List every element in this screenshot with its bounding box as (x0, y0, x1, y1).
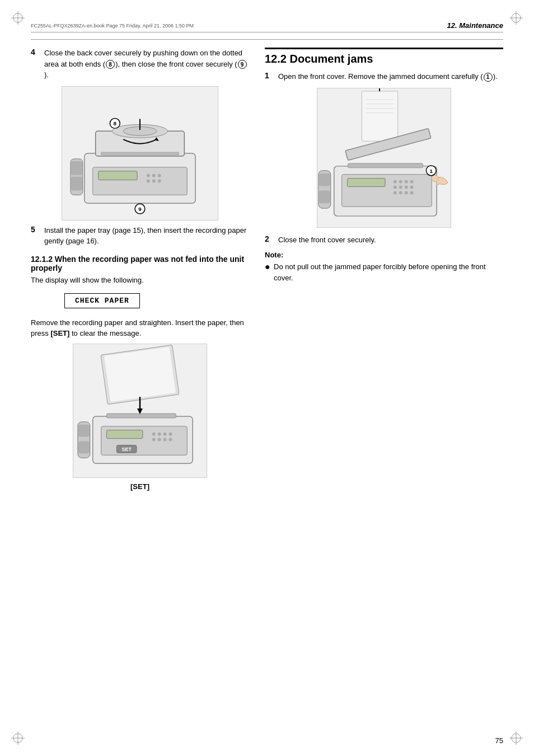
subsection-heading: 12.1.2 When the recording paper was not … (31, 255, 249, 273)
svg-point-69 (410, 180, 414, 183)
corner-mark-br (508, 730, 524, 746)
chapter-title: 12. Maintenance (447, 21, 503, 30)
svg-text:1: 1 (430, 167, 433, 173)
svg-point-17 (158, 173, 161, 177)
step-5-number: 5 (31, 225, 40, 247)
right-column: 12.2 Document jams 1 Open the front cove… (265, 48, 503, 491)
svg-rect-26 (71, 161, 82, 175)
fax-image-back-cover: 8 9 (62, 86, 218, 220)
svg-marker-39 (137, 408, 143, 414)
svg-point-48 (163, 438, 167, 441)
section-12-2-heading: 12.2 Document jams (265, 48, 503, 65)
fax-illustration-1: 8 9 (62, 87, 218, 220)
svg-point-49 (169, 438, 172, 441)
svg-rect-41 (107, 430, 143, 438)
set-caption: [SET] (31, 482, 249, 491)
marker-1: 1 (484, 73, 493, 82)
fax-image-document-jam: 1 (317, 88, 451, 228)
svg-point-45 (169, 432, 172, 435)
svg-point-19 (152, 179, 156, 182)
top-rule (31, 39, 503, 40)
svg-point-47 (158, 438, 161, 441)
svg-text:8: 8 (114, 120, 117, 126)
svg-rect-32 (101, 152, 179, 155)
svg-text:9: 9 (138, 206, 142, 212)
svg-rect-80 (319, 190, 330, 203)
step-2-text: Close the front cover securely. (278, 234, 376, 246)
svg-point-72 (405, 185, 408, 189)
note-item: ● Do not pull out the jammed paper forci… (265, 261, 503, 283)
svg-rect-37 (107, 413, 176, 417)
step-4-block: 4 Close the back cover securely by pushi… (31, 48, 249, 81)
step-5-text: Install the paper tray (page 15), then i… (44, 225, 249, 247)
set-caption-text: [SET] (130, 482, 149, 491)
svg-point-75 (399, 191, 402, 194)
svg-point-20 (158, 179, 161, 182)
svg-text:SET: SET (122, 447, 132, 452)
step-2-block: 2 Close the front cover securely. (265, 234, 503, 246)
set-label-inline: [SET] (50, 329, 69, 337)
svg-point-76 (405, 191, 408, 194)
page: FC255AL-PFQX2639ZA-en.book Page 75 Frida… (0, 0, 534, 756)
svg-point-42 (152, 432, 156, 435)
svg-point-15 (147, 173, 150, 177)
check-paper-display: CHECK PAPER (64, 293, 140, 308)
file-info: FC255AL-PFQX2639ZA-en.book Page 75 Frida… (31, 23, 194, 29)
page-number: 75 (495, 736, 503, 745)
marker-8: 8 (106, 60, 115, 69)
note-section: Note: ● Do not pull out the jammed paper… (265, 251, 503, 283)
step-2-number: 2 (265, 234, 274, 246)
svg-rect-14 (99, 171, 137, 180)
svg-rect-63 (348, 163, 423, 167)
svg-point-74 (394, 191, 397, 194)
two-column-layout: 4 Close the back cover securely by pushi… (31, 48, 503, 491)
corner-mark-bl (10, 730, 26, 746)
svg-point-43 (158, 432, 161, 435)
step-4-text: Close the back cover securely by pushing… (44, 48, 249, 81)
corner-mark-tr (508, 10, 524, 26)
step-5-block: 5 Install the paper tray (page 15), then… (31, 225, 249, 247)
svg-point-18 (147, 179, 150, 182)
note-bullet-icon: ● (265, 261, 270, 272)
note-text: Do not pull out the jammed paper forcibl… (274, 261, 503, 283)
svg-point-66 (394, 180, 397, 183)
svg-point-81 (432, 175, 438, 181)
left-column: 4 Close the back cover securely by pushi… (31, 48, 249, 491)
svg-point-46 (152, 438, 156, 441)
step-1-block: 1 Open the front cover. Remove the jamme… (265, 71, 503, 82)
corner-mark-tl (10, 10, 26, 26)
svg-rect-52 (78, 441, 90, 453)
step-4-number: 4 (31, 48, 40, 81)
svg-rect-55 (362, 91, 397, 141)
svg-point-70 (394, 185, 397, 189)
svg-rect-51 (78, 424, 90, 436)
svg-point-71 (399, 185, 402, 189)
svg-point-16 (152, 173, 156, 177)
page-header: FC255AL-PFQX2639ZA-en.book Page 75 Frida… (31, 21, 503, 32)
svg-point-68 (405, 180, 408, 183)
page-content: 4 Close the back cover securely by pushi… (31, 39, 503, 725)
note-heading: Note: (265, 251, 503, 259)
fax-image-paper-insert: SET (73, 344, 207, 478)
subsection-intro: The display will show the following. (31, 276, 249, 284)
svg-rect-65 (348, 178, 385, 186)
svg-rect-27 (71, 176, 82, 190)
svg-point-44 (163, 432, 167, 435)
step-1-text: Open the front cover. Remove the jammed … (278, 71, 498, 82)
fax-illustration-2: SET (73, 344, 207, 477)
svg-rect-79 (319, 173, 330, 186)
svg-point-77 (410, 191, 414, 194)
fax-illustration-3: 1 (317, 88, 451, 227)
svg-rect-35 (104, 346, 176, 402)
check-paper-container: CHECK PAPER (31, 289, 249, 313)
remove-instruction: Remove the recording paper and straighte… (31, 317, 249, 339)
step-1-number: 1 (265, 71, 274, 82)
marker-9: 9 (238, 60, 247, 69)
svg-point-73 (410, 185, 414, 189)
svg-point-67 (399, 180, 402, 183)
